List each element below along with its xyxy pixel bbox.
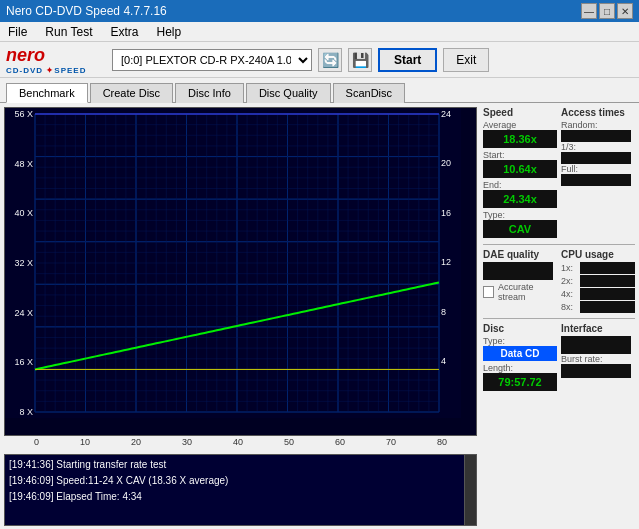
window-controls[interactable]: — □ ✕ — [581, 3, 633, 19]
end-label: End: — [483, 180, 557, 190]
random-bar — [561, 130, 631, 142]
x-label-60: 60 — [335, 437, 345, 452]
cpu-2x-label: 2x: — [561, 276, 573, 286]
tab-bar: Benchmark Create Disc Disc Info Disc Qua… — [0, 78, 639, 103]
log-scrollbar[interactable] — [464, 455, 476, 525]
burst-rate-label: Burst rate: — [561, 354, 635, 364]
accurate-stream-row: Accurate stream — [483, 282, 557, 302]
x-label-10: 10 — [80, 437, 90, 452]
one-third-bar — [561, 152, 631, 164]
speed-access-section: Speed Average 18.36x Start: 10.64x End: … — [483, 107, 635, 240]
cpu-title: CPU usage — [561, 249, 635, 260]
access-times-section: Access times Random: 1/3: Full: — [561, 107, 635, 240]
x-label-20: 20 — [131, 437, 141, 452]
cd-dvd-speed-logo: CD-DVD ✦SPEED — [6, 66, 86, 75]
disc-type-label: Type: — [483, 336, 557, 346]
tab-disc-quality[interactable]: Disc Quality — [246, 83, 331, 103]
logo: nero CD-DVD ✦SPEED — [6, 44, 106, 76]
menu-extra[interactable]: Extra — [106, 22, 142, 41]
dae-cpu-section: DAE quality Accurate stream CPU usage 1x… — [483, 249, 635, 314]
x-label-70: 70 — [386, 437, 396, 452]
chart-area: 0 10 20 30 40 50 60 70 80 [19:41:36] Sta… — [0, 103, 481, 526]
disc-length-value: 79:57.72 — [483, 373, 557, 391]
x-axis: 0 10 20 30 40 50 60 70 80 — [4, 436, 477, 452]
one-third-label: 1/3: — [561, 142, 635, 152]
interface-title: Interface — [561, 323, 635, 334]
average-value: 18.36x — [483, 130, 557, 148]
maximize-button[interactable]: □ — [599, 3, 615, 19]
full-bar — [561, 174, 631, 186]
menu-run-test[interactable]: Run Test — [41, 22, 96, 41]
x-label-30: 30 — [182, 437, 192, 452]
type-value: CAV — [483, 220, 557, 238]
main-content: 0 10 20 30 40 50 60 70 80 [19:41:36] Sta… — [0, 103, 639, 526]
disc-type-value: Data CD — [483, 346, 557, 361]
divider-2 — [483, 318, 635, 319]
start-button[interactable]: Start — [378, 48, 437, 72]
toolbar: nero CD-DVD ✦SPEED [0:0] PLEXTOR CD-R PX… — [0, 42, 639, 78]
speed-title: Speed — [483, 107, 557, 118]
log-line-2: [19:46:09] Elapsed Time: 4:34 — [9, 489, 472, 505]
exit-button[interactable]: Exit — [443, 48, 489, 72]
full-label: Full: — [561, 164, 635, 174]
end-value: 24.34x — [483, 190, 557, 208]
cpu-8x-bar — [580, 301, 635, 313]
tab-disc-info[interactable]: Disc Info — [175, 83, 244, 103]
close-button[interactable]: ✕ — [617, 3, 633, 19]
accurate-stream-label: Accurate stream — [498, 282, 557, 302]
log-area: [19:41:36] Starting transfer rate test [… — [4, 454, 477, 526]
cpu-4x-label: 4x: — [561, 289, 573, 299]
x-label-0: 0 — [34, 437, 39, 452]
window-title: Nero CD-DVD Speed 4.7.7.16 — [6, 4, 167, 18]
average-label: Average — [483, 120, 557, 130]
cpu-usage-section: CPU usage 1x: 2x: 4x: 8x: — [561, 249, 635, 314]
dae-title: DAE quality — [483, 249, 557, 260]
cpu-4x-row: 4x: — [561, 288, 635, 300]
interface-value-bar — [561, 336, 631, 354]
accurate-stream-checkbox[interactable] — [483, 286, 494, 298]
cpu-2x-row: 2x: — [561, 275, 635, 287]
menu-file[interactable]: File — [4, 22, 31, 41]
tab-create-disc[interactable]: Create Disc — [90, 83, 173, 103]
disc-length-label: Length: — [483, 363, 557, 373]
burst-rate-bar — [561, 364, 631, 378]
type-label: Type: — [483, 210, 557, 220]
tab-benchmark[interactable]: Benchmark — [6, 83, 88, 103]
cpu-8x-row: 8x: — [561, 301, 635, 313]
disc-title: Disc — [483, 323, 557, 334]
x-label-50: 50 — [284, 437, 294, 452]
menu-bar: File Run Test Extra Help — [0, 22, 639, 42]
start-value: 10.64x — [483, 160, 557, 178]
refresh-icon-button[interactable]: 🔄 — [318, 48, 342, 72]
access-times-title: Access times — [561, 107, 635, 118]
disc-section: Disc Type: Data CD Length: 79:57.72 — [483, 323, 557, 393]
benchmark-chart — [4, 107, 477, 436]
title-bar: Nero CD-DVD Speed 4.7.7.16 — □ ✕ — [0, 0, 639, 22]
drive-select[interactable]: [0:0] PLEXTOR CD-R PX-240A 1.00 — [112, 49, 312, 71]
tab-scan-disc[interactable]: ScanDisc — [333, 83, 405, 103]
x-label-80: 80 — [437, 437, 447, 452]
interface-section: Interface Burst rate: — [561, 323, 635, 393]
log-line-1: [19:46:09] Speed:11-24 X CAV (18.36 X av… — [9, 473, 472, 489]
right-panel: Speed Average 18.36x Start: 10.64x End: … — [481, 103, 639, 526]
start-label: Start: — [483, 150, 557, 160]
speed-section: Speed Average 18.36x Start: 10.64x End: … — [483, 107, 557, 240]
save-icon-button[interactable]: 💾 — [348, 48, 372, 72]
cpu-4x-bar — [580, 288, 635, 300]
cpu-8x-label: 8x: — [561, 302, 573, 312]
cpu-2x-bar — [580, 275, 635, 287]
nero-logo-text: nero — [6, 45, 86, 66]
cpu-1x-bar — [580, 262, 635, 274]
divider-1 — [483, 244, 635, 245]
cpu-1x-row: 1x: — [561, 262, 635, 274]
dae-section: DAE quality Accurate stream — [483, 249, 557, 314]
x-label-40: 40 — [233, 437, 243, 452]
menu-help[interactable]: Help — [153, 22, 186, 41]
log-line-0: [19:41:36] Starting transfer rate test — [9, 457, 472, 473]
cpu-1x-label: 1x: — [561, 263, 573, 273]
random-label: Random: — [561, 120, 635, 130]
dae-value-bar — [483, 262, 553, 280]
disc-interface-section: Disc Type: Data CD Length: 79:57.72 Inte… — [483, 323, 635, 393]
minimize-button[interactable]: — — [581, 3, 597, 19]
